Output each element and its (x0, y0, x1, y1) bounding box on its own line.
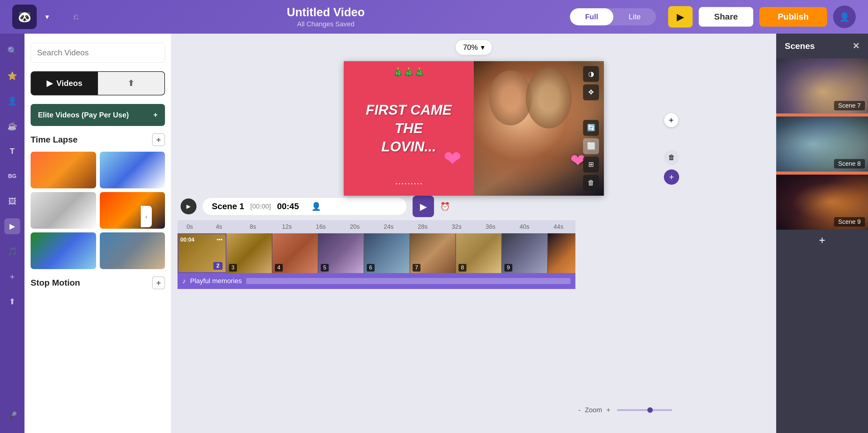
crop-tool-btn[interactable]: ⬜ (583, 138, 599, 154)
zoom-dropdown-icon: ▾ (481, 43, 485, 52)
header: 🐼 ▾ ⎌ Untitled Video All Changes Saved F… (0, 0, 868, 34)
preview-play-button[interactable]: ▶ (668, 6, 693, 28)
add-element-button[interactable]: + (664, 169, 679, 185)
zoom-control[interactable]: 70% ▾ (456, 40, 492, 55)
film-options-icon[interactable]: ••• (217, 237, 222, 243)
sidebar-search-icon[interactable]: 🔍 (4, 43, 20, 59)
music-bar: ♪ Playful memories (178, 273, 576, 289)
sidebar-music-icon[interactable]: 🎵 (4, 243, 20, 259)
film-frame-6[interactable]: 7 (410, 233, 456, 273)
scene-play-button[interactable]: ▶ (181, 198, 196, 214)
share-button[interactable]: Share (699, 7, 753, 27)
scenes-close-button[interactable]: ✕ (852, 41, 860, 51)
video-thumb-city[interactable] (31, 152, 96, 188)
ruler-tick-28s: 28s (406, 223, 439, 230)
sidebar-add-icon[interactable]: ＋ (4, 268, 20, 285)
publish-button[interactable]: Publish (760, 7, 827, 27)
scene7-thumbnail: Scene 7 (776, 58, 868, 113)
zoom-minus-icon[interactable]: - (579, 406, 581, 414)
scenes-panel: Scenes ✕ Scene 7 Scene 8 Scene 9 (776, 34, 868, 433)
logo-caret-icon[interactable]: ▾ (45, 12, 49, 21)
film-num-5: 6 (367, 264, 375, 271)
film-frame-1[interactable]: 00:04 ••• 2 (178, 233, 226, 273)
sidebar-video-icon[interactable]: ▶ (4, 218, 20, 234)
video-thumb-sky[interactable] (100, 152, 165, 188)
text-line1: FIRST CAME (366, 102, 452, 118)
undo-icon[interactable]: ⎌ (73, 12, 79, 22)
scene-card-8[interactable]: Scene 8 (776, 116, 868, 175)
scene-card-9[interactable]: Scene 9 (776, 175, 868, 230)
film-frame-5[interactable]: 6 (364, 233, 410, 273)
music-note-icon: ♪ (182, 277, 186, 285)
videos-tab[interactable]: ▶ Videos (31, 72, 98, 95)
scene-card-7[interactable]: Scene 7 (776, 58, 868, 116)
scene-clock-icon[interactable]: ⏰ (440, 202, 450, 211)
user-avatar[interactable]: 👤 (833, 5, 856, 28)
film-frame-8[interactable]: 9 (502, 233, 548, 273)
upload-tab[interactable]: ⬆ (98, 72, 165, 95)
zoom-bottom-control: - Zoom + (579, 406, 672, 414)
sidebar-image-icon[interactable]: 🖼 (4, 193, 20, 209)
music-track-bar[interactable] (246, 278, 570, 284)
sidebar-bg-icon[interactable]: BG (4, 168, 20, 184)
sidebar-person-icon[interactable]: 👤 (4, 93, 20, 109)
delete-tool-btn[interactable]: 🗑 (583, 175, 599, 191)
ruler-tick-24s: 24s (372, 223, 406, 230)
scene-duration: 00:45 (277, 201, 299, 211)
lights-decoration: 🎄🎄🎄 (344, 67, 474, 77)
elite-videos-bar[interactable]: Elite Videos (Pay Per Use) + (31, 104, 165, 126)
film-frame-3[interactable]: 4 (272, 233, 318, 273)
sidebar-upload-icon[interactable]: ⬆ (4, 294, 20, 309)
scene-person-icon[interactable]: 👤 (311, 202, 321, 211)
music-track-label: Playful memories (190, 277, 242, 285)
header-actions: ▶ Share Publish 👤 (668, 5, 856, 28)
film-frame-7[interactable]: 8 (456, 233, 502, 273)
film-frame-4[interactable]: 5 (318, 233, 364, 273)
save-status: All Changes Saved (82, 20, 570, 28)
swap-tool-btn[interactable]: 🔄 (583, 120, 599, 136)
contrast-tool-btn[interactable]: ◑ (583, 66, 599, 82)
play-triangle-icon: ▶ (677, 11, 684, 23)
delete-scene-button[interactable]: 🗑 (664, 150, 679, 165)
grid-tool-btn[interactable]: ⊞ (583, 157, 599, 172)
view-lite-btn[interactable]: Lite (613, 8, 656, 25)
header-title-area: Untitled Video All Changes Saved (82, 6, 570, 28)
move-tool-btn[interactable]: ✥ (583, 85, 599, 100)
zoom-slider-thumb[interactable] (647, 407, 653, 413)
video-thumb-clock[interactable] (31, 192, 96, 229)
scene-info-bar: Scene 1 [00:00] 00:45 👤 (203, 198, 406, 215)
film-frame-9[interactable] (548, 233, 576, 273)
timelapse-add-button[interactable]: + (152, 133, 165, 146)
scene-video-clip-icon[interactable]: ▶ (412, 196, 434, 217)
search-input[interactable] (31, 43, 165, 63)
sidebar-text-icon[interactable]: T (4, 143, 20, 159)
video-thumb-bridge[interactable] (100, 192, 165, 229)
panel-collapse-button[interactable]: ‹ (141, 206, 152, 227)
scenes-title: Scenes (785, 41, 815, 51)
add-scene-button[interactable]: + (664, 113, 678, 127)
film-frame-2[interactable]: 3 (226, 233, 272, 273)
video-thumb-river[interactable] (100, 232, 165, 269)
stopmotion-section-header: Stop Motion + (31, 276, 165, 289)
canvas-tools: ◑ ✥ (583, 66, 599, 100)
add-new-scene-button[interactable]: + (776, 230, 868, 251)
video-thumb-mountain[interactable] (31, 232, 96, 269)
canvas-text: FIRST CAME THE LOVIN... (366, 101, 452, 156)
zoom-slider-track[interactable] (617, 409, 672, 411)
ruler-tick-36s: 36s (473, 223, 507, 230)
stopmotion-add-button[interactable]: + (152, 276, 165, 289)
videos-tab-label: Videos (56, 78, 82, 88)
film-select-badge: 2 (213, 262, 222, 270)
sidebar-favorites-icon[interactable]: ⭐ (4, 68, 20, 84)
app-logo[interactable]: 🐼 (12, 5, 37, 29)
scene-name-label: Scene 1 (212, 201, 244, 211)
chevron-left-icon: ‹ (145, 213, 148, 220)
film-num-4: 5 (321, 264, 329, 271)
sidebar-coffee-icon[interactable]: ☕ (4, 118, 20, 134)
timelapse-section-header: Time Lapse + (31, 133, 165, 146)
view-toggle: Full Lite (570, 8, 656, 25)
view-full-btn[interactable]: Full (570, 8, 614, 25)
zoom-plus-icon[interactable]: + (606, 406, 610, 414)
left-sidebar: 🔍 ⭐ 👤 ☕ T BG 🖼 ▶ 🎵 ＋ ⬆ 🎤 (0, 34, 25, 433)
sidebar-mic-icon[interactable]: 🎤 (4, 408, 20, 424)
